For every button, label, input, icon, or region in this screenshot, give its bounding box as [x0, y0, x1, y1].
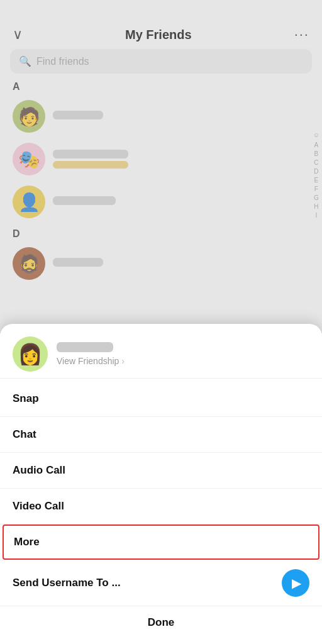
send-button[interactable]: ▶: [282, 569, 309, 597]
chevron-right-icon: ›: [121, 356, 125, 366]
profile-row: 👩 View Friendship ›: [0, 324, 322, 375]
menu-item-more[interactable]: More: [3, 525, 319, 560]
profile-name-blur: [57, 342, 113, 352]
send-username-row: Send Username To ... ▶: [0, 560, 322, 606]
send-arrow-icon: ▶: [292, 575, 301, 591]
menu-item-snap[interactable]: Snap: [0, 381, 322, 417]
send-username-label: Send Username To ...: [13, 577, 121, 589]
done-row: Done: [0, 606, 322, 644]
menu-item-chat[interactable]: Chat: [0, 417, 322, 453]
menu-item-audio-call[interactable]: Audio Call: [0, 453, 322, 489]
bottom-sheet: 👩 View Friendship › Snap Chat Audio Call…: [0, 324, 322, 644]
done-button[interactable]: Done: [148, 616, 175, 628]
menu-item-video-call[interactable]: Video Call: [0, 489, 322, 525]
view-friendship-label: View Friendship: [57, 356, 119, 366]
view-friendship[interactable]: View Friendship ›: [57, 356, 125, 366]
divider: [0, 378, 322, 379]
avatar: 👩: [13, 336, 48, 372]
overlay: [0, 0, 322, 333]
profile-info: View Friendship ›: [57, 342, 125, 366]
